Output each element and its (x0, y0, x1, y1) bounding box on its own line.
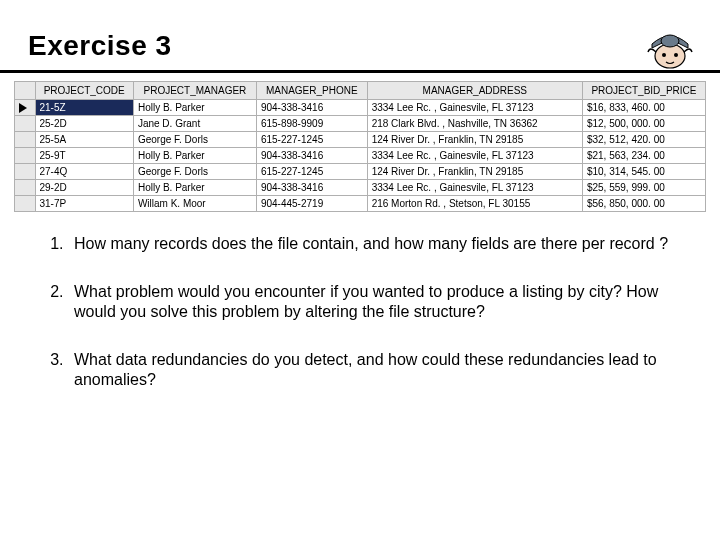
cell-manager-address: 216 Morton Rd. , Stetson, FL 30155 (367, 196, 582, 212)
svg-point-0 (655, 44, 685, 68)
table-row: 29-2DHolly B. Parker904-338-34163334 Lee… (15, 180, 706, 196)
cell-manager-phone: 904-338-3416 (256, 100, 367, 116)
cell-project-code: 25-2D (35, 116, 133, 132)
cell-manager-address: 3334 Lee Rc. , Gainesvile, FL 37123 (367, 180, 582, 196)
row-header (15, 100, 36, 116)
cell-manager-phone: 904-338-3416 (256, 180, 367, 196)
cell-project-code: 31-7P (35, 196, 133, 212)
cell-bid-price: $16, 833, 460. 00 (582, 100, 705, 116)
table-row: 27-4QGeorge F. Dorls615-227-1245124 Rive… (15, 164, 706, 180)
cell-project-manager: Jane D. Grant (133, 116, 256, 132)
cell-project-manager: Holly B. Parker (133, 100, 256, 116)
cell-project-code: 25-9T (35, 148, 133, 164)
cell-bid-price: $32, 512, 420. 00 (582, 132, 705, 148)
table-row: 21-5ZHolly B. Parker904-338-34163334 Lee… (15, 100, 706, 116)
row-header (15, 132, 36, 148)
svg-point-2 (662, 53, 666, 57)
col-header: PROJECT_MANAGER (133, 82, 256, 100)
list-item: What data redundancies do you detect, an… (68, 350, 692, 390)
svg-point-3 (674, 53, 678, 57)
cell-manager-address: 3334 Lee Rc. , Gainesvile, FL 37123 (367, 100, 582, 116)
data-table: PROJECT_CODE PROJECT_MANAGER MANAGER_PHO… (14, 81, 706, 212)
cell-project-manager: George F. Dorls (133, 164, 256, 180)
cell-bid-price: $25, 559, 999. 00 (582, 180, 705, 196)
question-list: How many records does the file contain, … (28, 234, 692, 390)
cell-bid-price: $21, 563, 234. 00 (582, 148, 705, 164)
list-item: What problem would you encounter if you … (68, 282, 692, 322)
cell-bid-price: $12, 500, 000. 00 (582, 116, 705, 132)
cell-bid-price: $10, 314, 545. 00 (582, 164, 705, 180)
col-header: PROJECT_CODE (35, 82, 133, 100)
cell-manager-phone: 904-338-3416 (256, 148, 367, 164)
cell-manager-phone: 615-227-1245 (256, 164, 367, 180)
row-header (15, 196, 36, 212)
avatar (642, 22, 698, 70)
cell-project-code: 29-2D (35, 180, 133, 196)
page-title: Exercise 3 (28, 30, 692, 62)
cell-manager-address: 124 River Dr. , Franklin, TN 29185 (367, 164, 582, 180)
cell-manager-address: 218 Clark Blvd. , Nashville, TN 36362 (367, 116, 582, 132)
col-header: PROJECT_BID_PRICE (582, 82, 705, 100)
cell-manager-address: 3334 Lee Rc. , Gainesvile, FL 37123 (367, 148, 582, 164)
cell-project-code: 21-5Z (35, 100, 133, 116)
col-header: MANAGER_ADDRESS (367, 82, 582, 100)
cell-project-manager: Willam K. Moor (133, 196, 256, 212)
cell-manager-address: 124 River Dr. , Franklin, TN 29185 (367, 132, 582, 148)
cell-manager-phone: 615-898-9909 (256, 116, 367, 132)
list-item: How many records does the file contain, … (68, 234, 692, 254)
row-header (15, 164, 36, 180)
svg-point-1 (661, 35, 679, 47)
row-header (15, 116, 36, 132)
corner-cell (15, 82, 36, 100)
cell-manager-phone: 615-227-1245 (256, 132, 367, 148)
cell-project-manager: Holly B. Parker (133, 148, 256, 164)
row-header (15, 180, 36, 196)
row-header (15, 148, 36, 164)
table-row: 25-5AGeorge F. Dorls615-227-1245124 Rive… (15, 132, 706, 148)
col-header: MANAGER_PHONE (256, 82, 367, 100)
cell-bid-price: $56, 850, 000. 00 (582, 196, 705, 212)
table-row: 31-7PWillam K. Moor904-445-2719216 Morto… (15, 196, 706, 212)
cell-project-code: 25-5A (35, 132, 133, 148)
table-row: 25-2DJane D. Grant615-898-9909218 Clark … (15, 116, 706, 132)
table-header-row: PROJECT_CODE PROJECT_MANAGER MANAGER_PHO… (15, 82, 706, 100)
cell-project-manager: George F. Dorls (133, 132, 256, 148)
cell-manager-phone: 904-445-2719 (256, 196, 367, 212)
title-rule (0, 70, 720, 73)
cell-project-code: 27-4Q (35, 164, 133, 180)
table-row: 25-9THolly B. Parker904-338-34163334 Lee… (15, 148, 706, 164)
cell-project-manager: Holly B. Parker (133, 180, 256, 196)
